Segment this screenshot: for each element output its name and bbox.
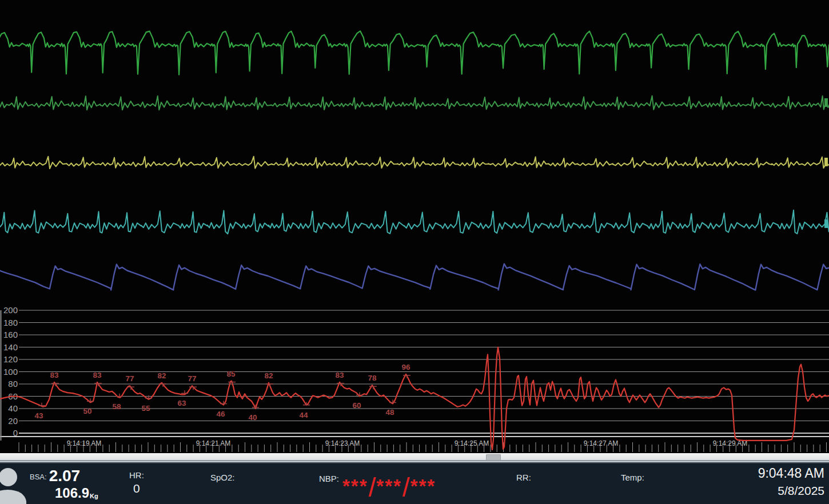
y-axis-label: 140 xyxy=(3,342,18,352)
clock-time: 9:04:48 AM xyxy=(758,466,824,481)
y-axis-label: 120 xyxy=(3,354,18,364)
systolic-annotation: 83 xyxy=(335,371,344,379)
systolic-annotation: 82 xyxy=(264,371,273,380)
y-axis-label: 20 xyxy=(8,416,18,426)
temp-label: Temp: xyxy=(621,473,644,482)
diastolic-annotation: 43 xyxy=(34,411,43,420)
hr-label: HR: xyxy=(129,470,144,480)
systolic-annotation: 83 xyxy=(93,371,102,379)
ecg-trace-3-sweep-cursor xyxy=(824,158,828,166)
nbp-value: ***/***/*** xyxy=(342,468,436,499)
patient-icon[interactable] xyxy=(0,464,34,504)
nbp-field: NBP: ***/***/*** xyxy=(319,468,436,499)
rr-label: RR: xyxy=(516,473,531,482)
scrollbar-track[interactable] xyxy=(0,453,829,461)
diastolic-annotation: 58 xyxy=(112,402,121,411)
y-axis-label: 0 xyxy=(13,428,18,438)
ecg-trace-1 xyxy=(0,31,829,75)
patient-monitor-screen: 9:14:19 AM9:14:21 AM9:14:23 AM9:14:25 AM… xyxy=(0,0,829,504)
diastolic-annotation: 50 xyxy=(83,407,91,415)
rr-field: RR: xyxy=(516,473,531,482)
ecg-trace-2 xyxy=(0,96,829,110)
systolic-annotation: 83 xyxy=(50,371,59,379)
y-axis-label: 200 xyxy=(3,305,18,315)
systolic-annotation: 78 xyxy=(368,374,377,382)
spo2-label: SpO2: xyxy=(210,473,235,482)
diastolic-annotation: 48 xyxy=(385,408,394,417)
nbp-stars: *** xyxy=(410,475,436,497)
scrollbar-thumb[interactable] xyxy=(486,454,501,461)
nbp-label: NBP: xyxy=(319,474,339,483)
systolic-annotation: 77 xyxy=(188,374,196,383)
pressure-trend-chart: 2001801601401201008060402008383778277858… xyxy=(0,303,829,454)
nbp-slash: / xyxy=(402,473,410,502)
y-axis-label: 180 xyxy=(3,318,18,327)
ecg-trace-2-sweep-cursor xyxy=(824,98,828,107)
temp-field: Temp: xyxy=(621,473,644,482)
y-axis-label: 160 xyxy=(3,330,18,339)
arterial-pressure xyxy=(0,347,829,450)
diastolic-annotation: 40 xyxy=(248,413,257,422)
nbp-stars: *** xyxy=(376,475,402,497)
ecg-trace-3 xyxy=(0,157,829,169)
y-axis-label: 100 xyxy=(3,367,18,377)
pleth-trace xyxy=(0,264,829,290)
ecg-trace-4 xyxy=(0,210,829,234)
bsa-label: BSA: xyxy=(30,473,47,481)
hr-field: HR: 0 xyxy=(129,470,144,495)
weight-unit: Kg xyxy=(90,493,98,499)
ecg-trace-4-sweep-cursor xyxy=(824,219,828,228)
hr-value: 0 xyxy=(133,482,140,495)
clock-date: 5/8/2025 xyxy=(758,484,824,498)
clock: 9:04:48 AM 5/8/2025 xyxy=(758,466,824,498)
waveform-display xyxy=(0,0,829,303)
diastolic-annotation: 60 xyxy=(352,401,361,410)
y-axis-label: 40 xyxy=(8,403,18,413)
nbp-stars: *** xyxy=(342,475,368,497)
bsa-field: BSA: 2.07 xyxy=(30,468,80,484)
systolic-annotation: 77 xyxy=(125,374,134,383)
systolic-annotation: 96 xyxy=(401,363,410,371)
diastolic-annotation: 44 xyxy=(299,411,308,419)
systolic-annotation: 82 xyxy=(157,371,166,380)
weight-field: 106.9 Kg xyxy=(55,486,98,500)
spo2-field: SpO2: xyxy=(210,473,235,482)
y-axis-label: 80 xyxy=(8,379,18,389)
diastolic-annotation: 63 xyxy=(177,399,186,407)
systolic-annotation: 85 xyxy=(226,370,236,378)
nbp-slash: / xyxy=(369,473,376,502)
diastolic-annotation: 55 xyxy=(141,404,150,413)
weight-value: 106.9 xyxy=(55,486,89,500)
diastolic-annotation: 46 xyxy=(216,410,225,418)
bsa-value: 2.07 xyxy=(49,468,81,484)
status-bar: BSA: 2.07 106.9 Kg HR: 0 SpO2: NBP: ***/… xyxy=(0,461,829,504)
